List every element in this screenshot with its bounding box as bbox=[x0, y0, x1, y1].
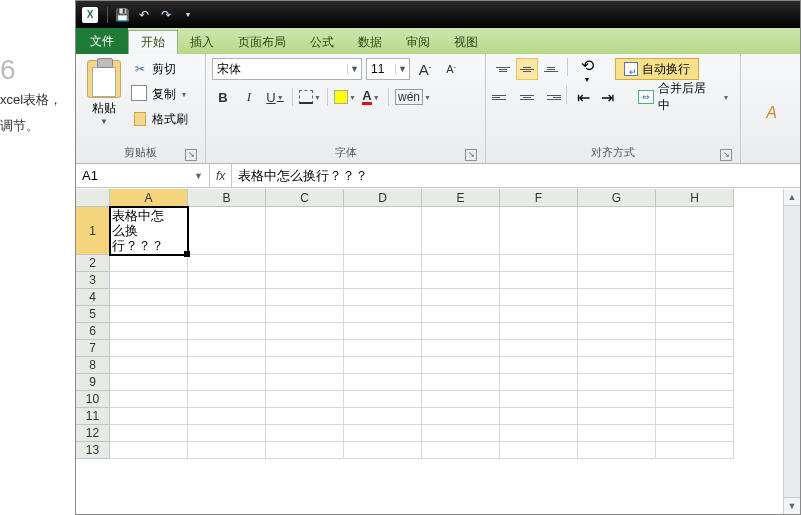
cell[interactable] bbox=[110, 408, 188, 425]
cell[interactable] bbox=[188, 255, 266, 272]
cell[interactable] bbox=[500, 391, 578, 408]
align-bottom-button[interactable] bbox=[540, 58, 562, 80]
cell[interactable] bbox=[110, 340, 188, 357]
paste-button[interactable]: 粘贴 ▼ bbox=[82, 58, 126, 143]
cell[interactable] bbox=[422, 340, 500, 357]
col-header-E[interactable]: E bbox=[422, 189, 500, 207]
border-button[interactable]: ▼ bbox=[299, 86, 321, 108]
cell[interactable] bbox=[422, 408, 500, 425]
select-all-corner[interactable] bbox=[76, 189, 110, 207]
cell[interactable]: 表格中怎 么换 行？？？ bbox=[110, 207, 188, 255]
tab-file[interactable]: 文件 bbox=[76, 28, 128, 54]
cell[interactable] bbox=[656, 255, 734, 272]
cell[interactable] bbox=[188, 340, 266, 357]
cell[interactable] bbox=[578, 425, 656, 442]
fill-color-button[interactable]: ▼ bbox=[334, 86, 356, 108]
cell[interactable] bbox=[656, 374, 734, 391]
cell[interactable] bbox=[344, 255, 422, 272]
row-header[interactable]: 8 bbox=[76, 357, 110, 374]
cell[interactable] bbox=[266, 289, 344, 306]
cell[interactable] bbox=[578, 408, 656, 425]
tab-insert[interactable]: 插入 bbox=[178, 30, 226, 54]
cell[interactable] bbox=[656, 289, 734, 306]
cell[interactable] bbox=[578, 340, 656, 357]
cell[interactable] bbox=[344, 425, 422, 442]
cell[interactable] bbox=[422, 374, 500, 391]
increase-indent-button[interactable]: ⇥ bbox=[596, 86, 618, 108]
align-top-button[interactable] bbox=[492, 58, 514, 80]
wrap-text-button[interactable]: 自动换行 bbox=[615, 58, 699, 80]
cell[interactable] bbox=[344, 374, 422, 391]
row-header[interactable]: 1 bbox=[76, 207, 110, 255]
cell[interactable] bbox=[656, 323, 734, 340]
row-header[interactable]: 9 bbox=[76, 374, 110, 391]
tab-review[interactable]: 审阅 bbox=[394, 30, 442, 54]
cell[interactable] bbox=[266, 323, 344, 340]
cell[interactable] bbox=[656, 207, 734, 255]
cell[interactable] bbox=[344, 357, 422, 374]
tab-formulas[interactable]: 公式 bbox=[298, 30, 346, 54]
cell[interactable] bbox=[266, 408, 344, 425]
cell[interactable] bbox=[188, 306, 266, 323]
cell[interactable] bbox=[110, 391, 188, 408]
orientation-button[interactable]: ⟲▼ bbox=[573, 58, 601, 80]
cell[interactable] bbox=[266, 374, 344, 391]
align-left-button[interactable] bbox=[492, 86, 514, 108]
cell[interactable] bbox=[266, 442, 344, 459]
cell[interactable] bbox=[500, 340, 578, 357]
cell[interactable] bbox=[344, 272, 422, 289]
cell[interactable] bbox=[344, 306, 422, 323]
cell[interactable] bbox=[422, 255, 500, 272]
cell[interactable] bbox=[656, 408, 734, 425]
dialog-launcher-icon[interactable]: ↘ bbox=[185, 149, 197, 161]
cell[interactable] bbox=[344, 207, 422, 255]
row-header[interactable]: 13 bbox=[76, 442, 110, 459]
cell[interactable] bbox=[422, 442, 500, 459]
cell[interactable] bbox=[110, 323, 188, 340]
cell[interactable] bbox=[578, 391, 656, 408]
col-header-B[interactable]: B bbox=[188, 189, 266, 207]
cell[interactable] bbox=[500, 272, 578, 289]
row-header[interactable]: 4 bbox=[76, 289, 110, 306]
cell[interactable] bbox=[578, 357, 656, 374]
cell[interactable] bbox=[578, 272, 656, 289]
cell[interactable] bbox=[344, 340, 422, 357]
tab-view[interactable]: 视图 bbox=[442, 30, 490, 54]
cell[interactable] bbox=[656, 357, 734, 374]
cell[interactable] bbox=[188, 408, 266, 425]
align-right-button[interactable] bbox=[540, 86, 562, 108]
cell[interactable] bbox=[656, 272, 734, 289]
cell[interactable] bbox=[188, 289, 266, 306]
cell[interactable] bbox=[578, 323, 656, 340]
cell[interactable] bbox=[266, 207, 344, 255]
cell[interactable] bbox=[422, 207, 500, 255]
col-header-H[interactable]: H bbox=[656, 189, 734, 207]
cell[interactable] bbox=[344, 408, 422, 425]
cell[interactable] bbox=[422, 272, 500, 289]
cell[interactable] bbox=[578, 374, 656, 391]
cell[interactable] bbox=[110, 306, 188, 323]
cell[interactable] bbox=[266, 272, 344, 289]
cell[interactable] bbox=[422, 306, 500, 323]
row-header[interactable]: 5 bbox=[76, 306, 110, 323]
italic-button[interactable]: I bbox=[238, 86, 260, 108]
cell[interactable] bbox=[500, 374, 578, 391]
chevron-down-icon[interactable]: ▼ bbox=[194, 171, 203, 181]
cell[interactable] bbox=[578, 442, 656, 459]
scroll-down-icon[interactable]: ▼ bbox=[784, 497, 800, 514]
cell[interactable] bbox=[188, 425, 266, 442]
col-header-F[interactable]: F bbox=[500, 189, 578, 207]
undo-icon[interactable]: ↶ bbox=[134, 5, 154, 25]
tab-pagelayout[interactable]: 页面布局 bbox=[226, 30, 298, 54]
cell[interactable] bbox=[578, 207, 656, 255]
cell[interactable] bbox=[500, 442, 578, 459]
cell[interactable] bbox=[500, 306, 578, 323]
cell[interactable] bbox=[110, 374, 188, 391]
cell[interactable] bbox=[656, 391, 734, 408]
underline-button[interactable]: U▼ bbox=[264, 86, 286, 108]
cell[interactable] bbox=[500, 289, 578, 306]
cell[interactable] bbox=[500, 255, 578, 272]
cell[interactable] bbox=[500, 323, 578, 340]
cell[interactable] bbox=[344, 289, 422, 306]
cell[interactable] bbox=[266, 357, 344, 374]
